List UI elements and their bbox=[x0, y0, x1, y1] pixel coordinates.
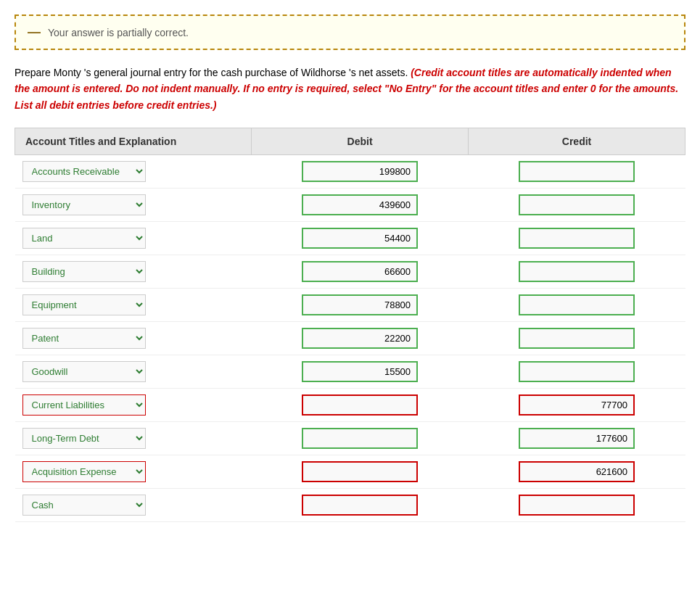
credit-input-0[interactable] bbox=[519, 161, 635, 182]
account-select-2[interactable]: Land bbox=[22, 228, 146, 249]
debit-input-1[interactable] bbox=[302, 194, 418, 215]
banner-text: Your answer is partially correct. bbox=[48, 27, 189, 38]
table-row: Patent bbox=[15, 322, 685, 355]
credit-input-4[interactable] bbox=[519, 294, 635, 315]
table-row: Building bbox=[15, 255, 685, 289]
debit-input-3[interactable] bbox=[302, 261, 418, 282]
credit-input-2[interactable] bbox=[519, 228, 635, 249]
table-row: Acquisition Expense bbox=[15, 455, 685, 489]
debit-input-6[interactable] bbox=[302, 361, 418, 382]
header-credit: Credit bbox=[469, 128, 685, 155]
credit-input-3[interactable] bbox=[519, 261, 635, 282]
table-row: Cash bbox=[15, 489, 685, 522]
credit-input-5[interactable] bbox=[519, 328, 635, 349]
banner-icon: — bbox=[28, 25, 41, 40]
header-account: Account Titles and Explanation bbox=[15, 128, 252, 155]
account-select-9[interactable]: Acquisition Expense bbox=[22, 461, 146, 482]
account-select-1[interactable]: Inventory bbox=[22, 194, 146, 215]
credit-input-6[interactable] bbox=[519, 361, 635, 382]
instructions-black: Prepare Monty 's general journal entry f… bbox=[15, 67, 408, 78]
debit-input-7[interactable] bbox=[302, 394, 418, 416]
table-row: Accounts Receivable bbox=[15, 155, 685, 189]
table-row: Current Liabilities bbox=[15, 389, 685, 422]
account-select-5[interactable]: Patent bbox=[22, 328, 146, 349]
table-row: Land bbox=[15, 222, 685, 255]
debit-input-8[interactable] bbox=[302, 428, 418, 449]
debit-input-5[interactable] bbox=[302, 328, 418, 349]
table-row: Goodwill bbox=[15, 355, 685, 389]
debit-input-10[interactable] bbox=[302, 495, 418, 516]
credit-input-9[interactable] bbox=[519, 461, 635, 482]
credit-input-8[interactable] bbox=[519, 428, 635, 449]
debit-input-0[interactable] bbox=[302, 161, 418, 182]
debit-input-2[interactable] bbox=[302, 228, 418, 249]
account-select-0[interactable]: Accounts Receivable bbox=[22, 161, 146, 182]
account-select-6[interactable]: Goodwill bbox=[22, 361, 146, 382]
instructions: Prepare Monty 's general journal entry f… bbox=[15, 65, 685, 113]
credit-input-10[interactable] bbox=[519, 495, 635, 516]
partial-correct-banner: — Your answer is partially correct. bbox=[15, 15, 685, 50]
account-select-10[interactable]: Cash bbox=[22, 495, 146, 516]
account-select-3[interactable]: Building bbox=[22, 261, 146, 282]
account-select-7[interactable]: Current Liabilities bbox=[22, 394, 146, 416]
journal-table: Account Titles and Explanation Debit Cre… bbox=[15, 128, 685, 522]
debit-input-9[interactable] bbox=[302, 461, 418, 482]
credit-input-1[interactable] bbox=[519, 194, 635, 215]
account-select-4[interactable]: Equipment bbox=[22, 294, 146, 315]
debit-input-4[interactable] bbox=[302, 294, 418, 315]
table-header-row: Account Titles and Explanation Debit Cre… bbox=[15, 128, 685, 155]
table-row: Inventory bbox=[15, 189, 685, 222]
table-row: Long-Term Debt bbox=[15, 422, 685, 455]
credit-input-7[interactable] bbox=[519, 394, 635, 416]
table-row: Equipment bbox=[15, 289, 685, 322]
header-debit: Debit bbox=[252, 128, 469, 155]
account-select-8[interactable]: Long-Term Debt bbox=[22, 428, 146, 449]
